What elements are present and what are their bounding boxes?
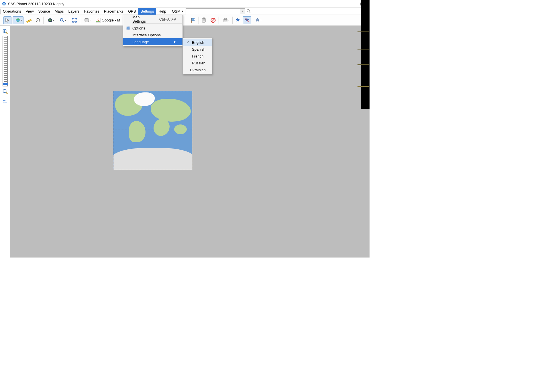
svg-point-1 [3,3,5,5]
zoom-out-icon[interactable] [2,89,8,94]
check-icon: ✓ [184,40,191,45]
menu-maps[interactable]: Maps [52,8,66,15]
menu-language[interactable]: Language ▶ [123,38,182,45]
goto-tool[interactable]: ▼ [45,16,56,24]
accelerator-label: Ctrl+Alt+P [152,17,176,21]
gear-icon [125,26,131,30]
flag-tool[interactable] [189,16,197,24]
lang-ukrainian[interactable]: Ukrainian [183,66,212,73]
cache-source-tool[interactable]: ▼ [81,16,92,24]
caret-down-icon: ▼ [181,10,184,13]
caret-down-icon: ▼ [260,19,262,21]
settings-menu-dropdown: Map Settings Ctrl+Alt+P Options Interfac… [123,15,183,46]
menu-gps[interactable]: GPS [126,8,138,15]
world-tile [113,91,192,170]
svg-line-45 [129,27,130,27]
svg-rect-20 [203,18,205,19]
map-provider-label: Google - M [102,18,120,22]
placemark-show-tool[interactable] [243,16,251,24]
svg-rect-14 [73,19,76,22]
caret-down-icon: ▼ [20,19,22,21]
caret-down-icon: ▼ [52,19,54,21]
minimize-button[interactable] [353,2,360,5]
svg-line-32 [6,32,7,34]
lang-french[interactable]: French [183,53,212,60]
titlebar: SAS.Planet 220113.10233 Nightly [0,0,370,7]
window-title: SAS.Planet 220113.10233 Nightly [8,2,353,6]
zoom-in-icon[interactable] [2,29,8,34]
menu-view[interactable]: View [23,8,36,15]
search-button[interactable] [245,9,252,13]
menu-favorites[interactable]: Favorites [82,8,102,15]
menu-source[interactable]: Source [36,8,52,15]
svg-line-25 [212,19,215,22]
zoom-slider: z1 [1,29,9,103]
menu-options[interactable]: Options [123,25,182,31]
menu-map-settings[interactable]: Map Settings Ctrl+Alt+P [123,16,182,23]
background-window-edge [361,0,370,109]
geocoder-select[interactable]: OSM ▼ [170,9,185,13]
svg-point-17 [98,19,99,20]
lang-spanish[interactable]: Spanish [183,46,212,53]
placemark-add-tool[interactable] [234,16,242,24]
menu-layers[interactable]: Layers [66,8,82,15]
geocoder-label: OSM [172,9,180,13]
placemark-visibility-tool[interactable]: ▼ [252,16,263,24]
selection-tool[interactable]: ▼ [13,16,23,24]
find-tool[interactable]: ▼ [57,16,68,24]
toolbar: ▼ ▼ ▼ ▼ Google - M ▼ [0,15,370,26]
svg-line-44 [127,29,127,30]
svg-point-37 [127,27,129,29]
circle-tool[interactable] [34,16,42,24]
svg-point-5 [247,9,250,12]
menu-help[interactable]: Help [156,8,168,15]
caret-down-icon: ▼ [64,19,66,21]
app-logo-icon [2,1,6,6]
fullscreen-tool[interactable] [70,16,78,24]
caret-down-icon: ▼ [89,19,91,21]
language-submenu: ✓ English Spanish French Russian Ukraini… [182,38,212,74]
zoom-handle[interactable] [3,83,8,85]
menu-interface-options[interactable]: Interface Options [123,31,182,38]
svg-line-35 [6,92,7,94]
zoom-level-label: z1 [3,99,7,103]
stop-tool[interactable] [209,16,217,24]
svg-point-12 [60,18,63,21]
database-tool[interactable]: ▼ [220,16,231,24]
svg-rect-18 [96,21,100,22]
map-provider-select[interactable]: Google - M [93,16,122,24]
submenu-arrow-icon: ▶ [170,40,176,43]
caret-down-icon: ▼ [228,19,230,21]
search-input[interactable]: ▾ [186,8,245,14]
svg-line-42 [127,27,127,27]
menubar: Operations View Source Maps Layers Favor… [0,7,370,15]
lang-english[interactable]: ✓ English [183,39,212,46]
svg-line-43 [129,29,130,30]
svg-line-13 [63,21,64,22]
menu-operations[interactable]: Operations [1,8,23,15]
zoom-track[interactable] [3,36,8,86]
distance-tool[interactable] [25,16,33,24]
svg-line-6 [249,12,250,13]
lang-russian[interactable]: Russian [183,60,212,66]
menu-placemarks[interactable]: Placemarks [102,8,126,15]
svg-rect-7 [26,19,32,23]
cursor-tool[interactable] [3,16,11,24]
menu-settings[interactable]: Settings [138,8,156,15]
clipboard-tool[interactable] [200,16,208,24]
search-history-button[interactable]: ▾ [240,9,245,14]
